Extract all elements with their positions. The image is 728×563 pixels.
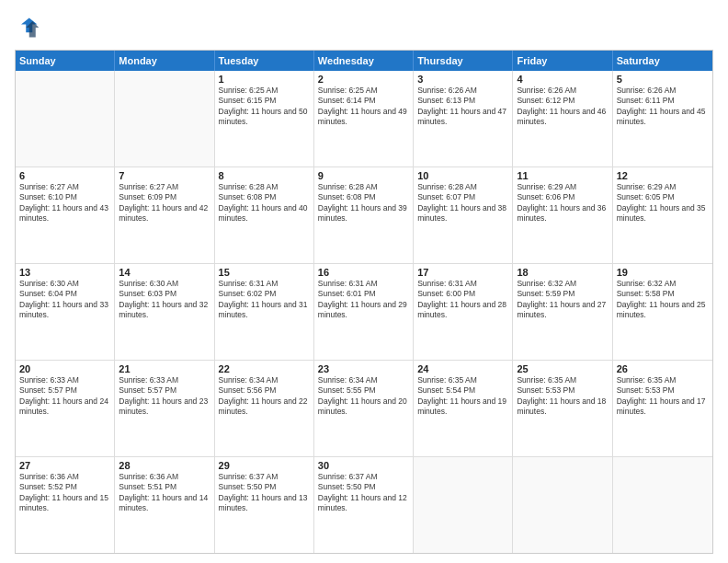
header-day-tuesday: Tuesday [215,51,314,71]
calendar-cell: 20Sunrise: 6:33 AM Sunset: 5:57 PM Dayli… [16,361,115,456]
cell-info: Sunrise: 6:35 AM Sunset: 5:53 PM Dayligh… [517,375,608,418]
day-number: 12 [617,170,709,181]
cell-info: Sunrise: 6:26 AM Sunset: 6:12 PM Dayligh… [517,86,608,128]
cell-info: Sunrise: 6:37 AM Sunset: 5:50 PM Dayligh… [318,472,409,514]
calendar-cell: 29Sunrise: 6:37 AM Sunset: 5:50 PM Dayli… [215,457,314,553]
cell-info: Sunrise: 6:31 AM Sunset: 6:00 PM Dayligh… [417,279,508,321]
calendar-header: SundayMondayTuesdayWednesdayThursdayFrid… [16,51,712,71]
calendar-cell: 23Sunrise: 6:34 AM Sunset: 5:55 PM Dayli… [314,361,414,456]
calendar-row-1: 1Sunrise: 6:25 AM Sunset: 6:15 PM Daylig… [16,71,712,167]
cell-info: Sunrise: 6:31 AM Sunset: 6:02 PM Dayligh… [219,279,310,321]
day-number: 6 [19,170,110,181]
day-number: 13 [19,267,110,278]
cell-info: Sunrise: 6:35 AM Sunset: 5:54 PM Dayligh… [417,375,508,418]
cell-info: Sunrise: 6:34 AM Sunset: 5:55 PM Dayligh… [318,375,409,418]
day-number: 16 [318,267,409,278]
day-number: 9 [318,170,409,181]
day-number: 2 [318,74,409,85]
day-number: 27 [19,460,110,471]
cell-info: Sunrise: 6:26 AM Sunset: 6:11 PM Dayligh… [617,86,709,128]
calendar-cell: 27Sunrise: 6:36 AM Sunset: 5:52 PM Dayli… [16,457,115,553]
day-number: 5 [617,74,709,85]
calendar-cell [513,457,612,553]
day-number: 29 [219,460,310,471]
cell-info: Sunrise: 6:25 AM Sunset: 6:15 PM Dayligh… [219,86,310,128]
calendar-cell: 8Sunrise: 6:28 AM Sunset: 6:08 PM Daylig… [215,167,314,263]
calendar-cell: 3Sunrise: 6:26 AM Sunset: 6:13 PM Daylig… [414,71,513,167]
calendar-cell: 6Sunrise: 6:27 AM Sunset: 6:10 PM Daylig… [16,167,115,263]
header-day-monday: Monday [115,51,214,71]
calendar-row-4: 20Sunrise: 6:33 AM Sunset: 5:57 PM Dayli… [16,360,712,456]
page: SundayMondayTuesdayWednesdayThursdayFrid… [0,0,728,563]
calendar-cell: 12Sunrise: 6:29 AM Sunset: 6:05 PM Dayli… [613,167,712,263]
calendar-cell: 16Sunrise: 6:31 AM Sunset: 6:01 PM Dayli… [314,264,414,360]
day-number: 23 [318,363,409,374]
calendar-cell: 30Sunrise: 6:37 AM Sunset: 5:50 PM Dayli… [314,457,414,553]
calendar-row-2: 6Sunrise: 6:27 AM Sunset: 6:10 PM Daylig… [16,167,712,263]
logo-icon [15,15,40,40]
calendar-cell: 18Sunrise: 6:32 AM Sunset: 5:59 PM Dayli… [513,264,612,360]
day-number: 25 [517,363,608,374]
day-number: 30 [318,460,409,471]
day-number: 26 [617,363,709,374]
calendar-cell: 28Sunrise: 6:36 AM Sunset: 5:51 PM Dayli… [115,457,214,553]
cell-info: Sunrise: 6:30 AM Sunset: 6:04 PM Dayligh… [19,279,110,321]
day-number: 4 [517,74,608,85]
calendar-cell: 13Sunrise: 6:30 AM Sunset: 6:04 PM Dayli… [16,264,115,360]
calendar-cell: 1Sunrise: 6:25 AM Sunset: 6:15 PM Daylig… [215,71,314,167]
cell-info: Sunrise: 6:32 AM Sunset: 5:59 PM Dayligh… [517,279,608,321]
calendar-cell: 22Sunrise: 6:34 AM Sunset: 5:56 PM Dayli… [215,361,314,456]
day-number: 19 [617,267,709,278]
header-day-sunday: Sunday [16,51,115,71]
cell-info: Sunrise: 6:33 AM Sunset: 5:57 PM Dayligh… [119,375,210,418]
calendar-row-5: 27Sunrise: 6:36 AM Sunset: 5:52 PM Dayli… [16,456,712,553]
cell-info: Sunrise: 6:29 AM Sunset: 6:06 PM Dayligh… [517,182,608,224]
calendar-cell [16,71,115,167]
calendar-cell: 2Sunrise: 6:25 AM Sunset: 6:14 PM Daylig… [314,71,414,167]
calendar-cell: 5Sunrise: 6:26 AM Sunset: 6:11 PM Daylig… [613,71,712,167]
cell-info: Sunrise: 6:28 AM Sunset: 6:07 PM Dayligh… [417,182,508,224]
cell-info: Sunrise: 6:28 AM Sunset: 6:08 PM Dayligh… [219,182,310,224]
header-day-friday: Friday [513,51,612,71]
calendar-cell: 25Sunrise: 6:35 AM Sunset: 5:53 PM Dayli… [513,361,612,456]
day-number: 21 [119,363,210,374]
cell-info: Sunrise: 6:36 AM Sunset: 5:51 PM Dayligh… [119,472,210,514]
calendar-cell: 9Sunrise: 6:28 AM Sunset: 6:08 PM Daylig… [314,167,414,263]
calendar: SundayMondayTuesdayWednesdayThursdayFrid… [15,50,713,554]
calendar-cell: 19Sunrise: 6:32 AM Sunset: 5:58 PM Dayli… [613,264,712,360]
day-number: 15 [219,267,310,278]
cell-info: Sunrise: 6:37 AM Sunset: 5:50 PM Dayligh… [219,472,310,514]
cell-info: Sunrise: 6:32 AM Sunset: 5:58 PM Dayligh… [617,279,709,321]
day-number: 10 [417,170,508,181]
day-number: 22 [219,363,310,374]
cell-info: Sunrise: 6:29 AM Sunset: 6:05 PM Dayligh… [617,182,709,224]
day-number: 1 [219,74,310,85]
day-number: 11 [517,170,608,181]
logo [15,15,44,40]
cell-info: Sunrise: 6:36 AM Sunset: 5:52 PM Dayligh… [19,472,110,514]
calendar-cell: 15Sunrise: 6:31 AM Sunset: 6:02 PM Dayli… [215,264,314,360]
day-number: 18 [517,267,608,278]
calendar-cell: 26Sunrise: 6:35 AM Sunset: 5:53 PM Dayli… [613,361,712,456]
header-day-saturday: Saturday [613,51,712,71]
cell-info: Sunrise: 6:27 AM Sunset: 6:10 PM Dayligh… [19,182,110,224]
cell-info: Sunrise: 6:35 AM Sunset: 5:53 PM Dayligh… [617,375,709,418]
cell-info: Sunrise: 6:28 AM Sunset: 6:08 PM Dayligh… [318,182,409,224]
day-number: 7 [119,170,210,181]
calendar-cell: 10Sunrise: 6:28 AM Sunset: 6:07 PM Dayli… [414,167,513,263]
day-number: 17 [417,267,508,278]
day-number: 8 [219,170,310,181]
cell-info: Sunrise: 6:34 AM Sunset: 5:56 PM Dayligh… [219,375,310,418]
calendar-row-3: 13Sunrise: 6:30 AM Sunset: 6:04 PM Dayli… [16,263,712,360]
cell-info: Sunrise: 6:27 AM Sunset: 6:09 PM Dayligh… [119,182,210,224]
calendar-cell: 21Sunrise: 6:33 AM Sunset: 5:57 PM Dayli… [115,361,214,456]
calendar-cell: 7Sunrise: 6:27 AM Sunset: 6:09 PM Daylig… [115,167,214,263]
calendar-cell [115,71,214,167]
calendar-cell: 14Sunrise: 6:30 AM Sunset: 6:03 PM Dayli… [115,264,214,360]
header [15,15,713,40]
calendar-cell: 11Sunrise: 6:29 AM Sunset: 6:06 PM Dayli… [513,167,612,263]
day-number: 28 [119,460,210,471]
cell-info: Sunrise: 6:30 AM Sunset: 6:03 PM Dayligh… [119,279,210,321]
calendar-cell: 17Sunrise: 6:31 AM Sunset: 6:00 PM Dayli… [414,264,513,360]
calendar-cell [613,457,712,553]
